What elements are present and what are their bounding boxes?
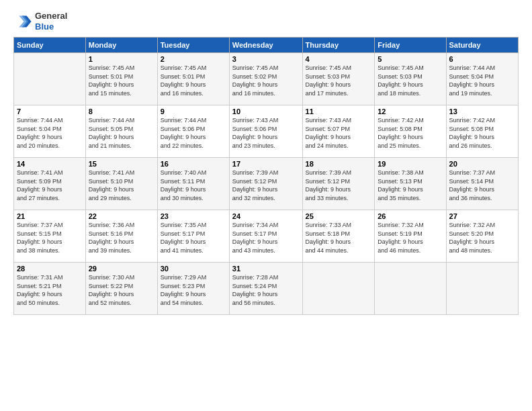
day-info: Sunrise: 7:37 AM Sunset: 5:15 PM Dayligh… bbox=[17, 221, 83, 255]
day-info: Sunrise: 7:33 AM Sunset: 5:18 PM Dayligh… bbox=[306, 221, 372, 255]
day-number: 6 bbox=[449, 55, 515, 63]
day-number: 2 bbox=[161, 55, 226, 63]
day-info: Sunrise: 7:44 AM Sunset: 5:04 PM Dayligh… bbox=[17, 116, 83, 150]
day-number: 27 bbox=[449, 212, 515, 220]
header: General Blue bbox=[13, 11, 519, 32]
calendar-cell bbox=[14, 53, 86, 105]
day-info: Sunrise: 7:28 AM Sunset: 5:24 PM Dayligh… bbox=[232, 273, 300, 307]
calendar-cell bbox=[375, 263, 446, 315]
day-info: Sunrise: 7:43 AM Sunset: 5:06 PM Dayligh… bbox=[232, 116, 300, 150]
day-info: Sunrise: 7:30 AM Sunset: 5:22 PM Dayligh… bbox=[89, 273, 154, 307]
day-number: 17 bbox=[232, 160, 300, 168]
column-header-thursday: Thursday bbox=[302, 38, 375, 53]
day-info: Sunrise: 7:36 AM Sunset: 5:16 PM Dayligh… bbox=[89, 221, 154, 255]
calendar-cell: 13Sunrise: 7:42 AM Sunset: 5:08 PM Dayli… bbox=[446, 105, 518, 158]
day-number: 24 bbox=[232, 212, 300, 220]
day-number: 23 bbox=[161, 212, 226, 220]
day-number: 20 bbox=[449, 160, 515, 168]
calendar-cell: 21Sunrise: 7:37 AM Sunset: 5:15 PM Dayli… bbox=[14, 210, 86, 263]
day-info: Sunrise: 7:39 AM Sunset: 5:12 PM Dayligh… bbox=[306, 169, 372, 202]
day-number: 12 bbox=[378, 107, 443, 116]
calendar-cell: 6Sunrise: 7:44 AM Sunset: 5:04 PM Daylig… bbox=[446, 53, 518, 105]
column-header-wednesday: Wednesday bbox=[229, 38, 302, 53]
calendar-cell: 2Sunrise: 7:45 AM Sunset: 5:01 PM Daylig… bbox=[157, 53, 229, 105]
day-info: Sunrise: 7:32 AM Sunset: 5:20 PM Dayligh… bbox=[449, 221, 515, 255]
calendar-cell bbox=[446, 263, 518, 315]
calendar-cell: 11Sunrise: 7:43 AM Sunset: 5:07 PM Dayli… bbox=[302, 105, 375, 158]
calendar-cell: 14Sunrise: 7:41 AM Sunset: 5:09 PM Dayli… bbox=[14, 158, 86, 210]
day-info: Sunrise: 7:45 AM Sunset: 5:02 PM Dayligh… bbox=[232, 64, 300, 97]
day-info: Sunrise: 7:37 AM Sunset: 5:14 PM Dayligh… bbox=[449, 169, 515, 202]
column-header-monday: Monday bbox=[85, 38, 157, 53]
calendar-week-5: 28Sunrise: 7:31 AM Sunset: 5:21 PM Dayli… bbox=[14, 263, 519, 315]
calendar-week-1: 1Sunrise: 7:45 AM Sunset: 5:01 PM Daylig… bbox=[14, 53, 519, 105]
calendar-cell: 17Sunrise: 7:39 AM Sunset: 5:12 PM Dayli… bbox=[229, 158, 302, 210]
calendar-cell: 25Sunrise: 7:33 AM Sunset: 5:18 PM Dayli… bbox=[302, 210, 375, 263]
day-number: 9 bbox=[161, 107, 226, 116]
calendar-cell: 18Sunrise: 7:39 AM Sunset: 5:12 PM Dayli… bbox=[302, 158, 375, 210]
calendar-cell: 3Sunrise: 7:45 AM Sunset: 5:02 PM Daylig… bbox=[229, 53, 302, 105]
page: General Blue SundayMondayTuesdayWednesda… bbox=[0, 0, 532, 411]
day-info: Sunrise: 7:45 AM Sunset: 5:01 PM Dayligh… bbox=[161, 64, 226, 97]
day-number: 30 bbox=[161, 265, 226, 273]
day-info: Sunrise: 7:41 AM Sunset: 5:10 PM Dayligh… bbox=[89, 169, 154, 202]
calendar-cell: 26Sunrise: 7:32 AM Sunset: 5:19 PM Dayli… bbox=[375, 210, 446, 263]
day-info: Sunrise: 7:42 AM Sunset: 5:08 PM Dayligh… bbox=[449, 116, 515, 150]
calendar-cell: 15Sunrise: 7:41 AM Sunset: 5:10 PM Dayli… bbox=[85, 158, 157, 210]
day-info: Sunrise: 7:40 AM Sunset: 5:11 PM Dayligh… bbox=[161, 169, 226, 202]
day-number: 13 bbox=[449, 107, 515, 116]
day-number: 29 bbox=[89, 265, 154, 273]
day-number: 19 bbox=[378, 160, 443, 168]
calendar-cell: 30Sunrise: 7:29 AM Sunset: 5:23 PM Dayli… bbox=[157, 263, 229, 315]
column-header-saturday: Saturday bbox=[446, 38, 518, 53]
day-info: Sunrise: 7:38 AM Sunset: 5:13 PM Dayligh… bbox=[378, 169, 443, 202]
day-info: Sunrise: 7:45 AM Sunset: 5:03 PM Dayligh… bbox=[378, 64, 443, 97]
day-number: 21 bbox=[17, 212, 83, 220]
day-number: 4 bbox=[306, 55, 372, 63]
calendar-cell: 23Sunrise: 7:35 AM Sunset: 5:17 PM Dayli… bbox=[157, 210, 229, 263]
calendar-header-row: SundayMondayTuesdayWednesdayThursdayFrid… bbox=[14, 38, 519, 53]
calendar-cell bbox=[302, 263, 375, 315]
day-number: 14 bbox=[17, 160, 83, 168]
calendar-cell: 8Sunrise: 7:44 AM Sunset: 5:05 PM Daylig… bbox=[85, 105, 157, 158]
day-number: 31 bbox=[232, 265, 300, 273]
day-number: 28 bbox=[17, 265, 83, 273]
day-number: 3 bbox=[232, 55, 300, 63]
day-info: Sunrise: 7:44 AM Sunset: 5:05 PM Dayligh… bbox=[89, 116, 154, 150]
calendar-cell: 20Sunrise: 7:37 AM Sunset: 5:14 PM Dayli… bbox=[446, 158, 518, 210]
day-info: Sunrise: 7:44 AM Sunset: 5:06 PM Dayligh… bbox=[161, 116, 226, 150]
day-number: 10 bbox=[232, 107, 300, 116]
logo-text: General Blue bbox=[35, 11, 67, 32]
calendar-cell: 4Sunrise: 7:45 AM Sunset: 5:03 PM Daylig… bbox=[302, 53, 375, 105]
column-header-tuesday: Tuesday bbox=[157, 38, 229, 53]
day-number: 22 bbox=[89, 212, 154, 220]
column-header-sunday: Sunday bbox=[14, 38, 86, 53]
calendar-cell: 22Sunrise: 7:36 AM Sunset: 5:16 PM Dayli… bbox=[85, 210, 157, 263]
calendar-cell: 27Sunrise: 7:32 AM Sunset: 5:20 PM Dayli… bbox=[446, 210, 518, 263]
calendar-cell: 24Sunrise: 7:34 AM Sunset: 5:17 PM Dayli… bbox=[229, 210, 302, 263]
day-info: Sunrise: 7:39 AM Sunset: 5:12 PM Dayligh… bbox=[232, 169, 300, 202]
calendar-cell: 9Sunrise: 7:44 AM Sunset: 5:06 PM Daylig… bbox=[157, 105, 229, 158]
calendar-week-3: 14Sunrise: 7:41 AM Sunset: 5:09 PM Dayli… bbox=[14, 158, 519, 210]
calendar-cell: 31Sunrise: 7:28 AM Sunset: 5:24 PM Dayli… bbox=[229, 263, 302, 315]
day-number: 15 bbox=[89, 160, 154, 168]
calendar-cell: 12Sunrise: 7:42 AM Sunset: 5:08 PM Dayli… bbox=[375, 105, 446, 158]
day-number: 7 bbox=[17, 107, 83, 116]
day-info: Sunrise: 7:42 AM Sunset: 5:08 PM Dayligh… bbox=[378, 116, 443, 150]
day-info: Sunrise: 7:45 AM Sunset: 5:03 PM Dayligh… bbox=[306, 64, 372, 97]
day-info: Sunrise: 7:44 AM Sunset: 5:04 PM Dayligh… bbox=[449, 64, 515, 97]
day-info: Sunrise: 7:32 AM Sunset: 5:19 PM Dayligh… bbox=[378, 221, 443, 255]
calendar-cell: 28Sunrise: 7:31 AM Sunset: 5:21 PM Dayli… bbox=[14, 263, 86, 315]
day-info: Sunrise: 7:35 AM Sunset: 5:17 PM Dayligh… bbox=[161, 221, 226, 255]
day-info: Sunrise: 7:29 AM Sunset: 5:23 PM Dayligh… bbox=[161, 273, 226, 307]
calendar-body: 1Sunrise: 7:45 AM Sunset: 5:01 PM Daylig… bbox=[14, 53, 519, 315]
calendar-cell: 7Sunrise: 7:44 AM Sunset: 5:04 PM Daylig… bbox=[14, 105, 86, 158]
day-number: 1 bbox=[89, 55, 154, 63]
calendar-week-4: 21Sunrise: 7:37 AM Sunset: 5:15 PM Dayli… bbox=[14, 210, 519, 263]
logo-icon bbox=[13, 12, 32, 31]
calendar-cell: 16Sunrise: 7:40 AM Sunset: 5:11 PM Dayli… bbox=[157, 158, 229, 210]
calendar-cell: 19Sunrise: 7:38 AM Sunset: 5:13 PM Dayli… bbox=[375, 158, 446, 210]
day-info: Sunrise: 7:43 AM Sunset: 5:07 PM Dayligh… bbox=[306, 116, 372, 150]
calendar-week-2: 7Sunrise: 7:44 AM Sunset: 5:04 PM Daylig… bbox=[14, 105, 519, 158]
day-info: Sunrise: 7:41 AM Sunset: 5:09 PM Dayligh… bbox=[17, 169, 83, 202]
